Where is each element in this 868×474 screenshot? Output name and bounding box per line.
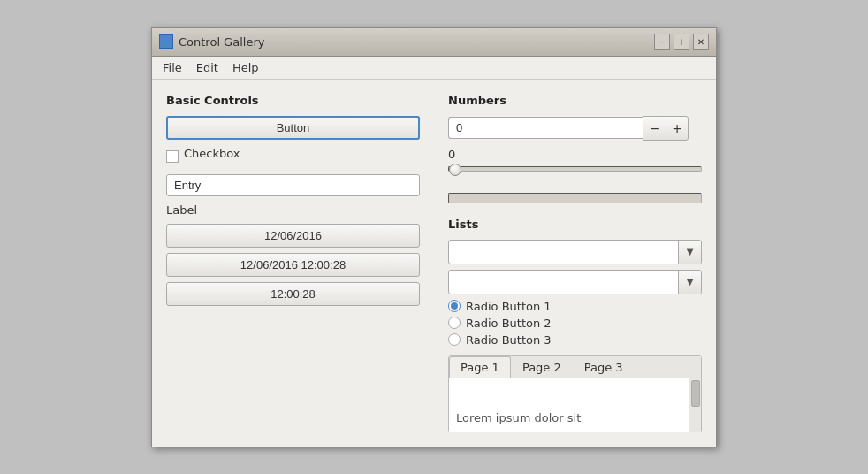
combo-1-text — [449, 248, 678, 256]
tab-page1[interactable]: Page 1 — [449, 356, 511, 378]
scale-track[interactable] — [448, 166, 702, 172]
scale-thumb[interactable] — [449, 164, 461, 176]
basic-controls-title: Basic Controls — [166, 94, 420, 107]
combo-box-1[interactable]: ▼ — [448, 240, 702, 264]
close-button[interactable]: ✕ — [693, 34, 709, 50]
radio-row-2[interactable]: Radio Button 2 — [448, 317, 702, 330]
combo-1-arrow[interactable]: ▼ — [678, 241, 701, 264]
notebook: Page 1 Page 2 Page 3 Lorem ipsum dolor s… — [448, 356, 702, 432]
menu-file[interactable]: File — [156, 58, 189, 77]
tab-content-text: Lorem ipsum dolor sit — [456, 411, 581, 424]
tab-scrollbar[interactable] — [689, 378, 701, 432]
left-panel: Basic Controls Button Checkbox Label 12/… — [166, 94, 420, 432]
spin-minus-button[interactable]: − — [643, 116, 666, 141]
radio-button-1[interactable] — [448, 300, 461, 312]
main-button[interactable]: Button — [166, 116, 420, 140]
maximize-button[interactable]: + — [674, 34, 689, 50]
title-bar-buttons: − + ✕ — [654, 34, 709, 50]
content-area: Basic Controls Button Checkbox Label 12/… — [152, 80, 716, 447]
date-button[interactable]: 12/06/2016 — [166, 224, 420, 248]
scale-container — [448, 163, 702, 182]
checkbox-row: Checkbox — [166, 147, 420, 167]
title-bar-left: Control Gallery — [159, 34, 264, 49]
radio-button-2[interactable] — [448, 317, 461, 329]
combo-2-arrow[interactable]: ▼ — [678, 271, 701, 294]
radio-row-1[interactable]: Radio Button 1 — [448, 300, 702, 313]
scale-value-label: 0 — [448, 148, 702, 161]
main-window: Control Gallery − + ✕ File Edit Help Bas… — [151, 27, 717, 447]
radio-label-2: Radio Button 2 — [466, 317, 552, 330]
right-panel: Numbers − + 0 Lists ▼ ▼ — [448, 94, 702, 432]
window-title: Control Gallery — [179, 35, 264, 49]
radio-label-1: Radio Button 1 — [466, 300, 552, 313]
numbers-title: Numbers — [448, 94, 702, 107]
tab-content: Lorem ipsum dolor sit — [449, 378, 701, 432]
menubar: File Edit Help — [152, 57, 716, 80]
checkbox-label: Checkbox — [184, 147, 240, 160]
window-icon — [159, 34, 173, 49]
combo-box-2[interactable]: ▼ — [448, 270, 702, 294]
tab-page2[interactable]: Page 2 — [511, 356, 573, 378]
checkbox-input[interactable] — [166, 150, 179, 163]
spin-row: − + — [448, 116, 702, 141]
time-button[interactable]: 12:00:28 — [166, 282, 420, 306]
menu-edit[interactable]: Edit — [189, 58, 225, 77]
spin-plus-button[interactable]: + — [666, 116, 689, 141]
scale-bar-2[interactable] — [448, 193, 702, 203]
radio-row-3[interactable]: Radio Button 3 — [448, 333, 702, 347]
datetime-button[interactable]: 12/06/2016 12:00:28 — [166, 253, 420, 277]
minimize-button[interactable]: − — [654, 34, 670, 50]
tab-page3[interactable]: Page 3 — [573, 356, 635, 378]
radio-group: Radio Button 1 Radio Button 2 Radio Butt… — [448, 300, 702, 347]
lists-title: Lists — [448, 218, 702, 231]
menu-help[interactable]: Help — [225, 58, 266, 77]
label-widget: Label — [166, 203, 420, 217]
spin-input[interactable] — [448, 117, 643, 139]
scrollbar-thumb[interactable] — [691, 380, 700, 407]
radio-button-3[interactable] — [448, 333, 461, 346]
entry-input[interactable] — [166, 174, 420, 196]
title-bar: Control Gallery − + ✕ — [152, 28, 716, 57]
radio-label-3: Radio Button 3 — [466, 333, 552, 347]
tab-bar: Page 1 Page 2 Page 3 — [449, 356, 701, 378]
combo-2-text — [449, 279, 678, 286]
